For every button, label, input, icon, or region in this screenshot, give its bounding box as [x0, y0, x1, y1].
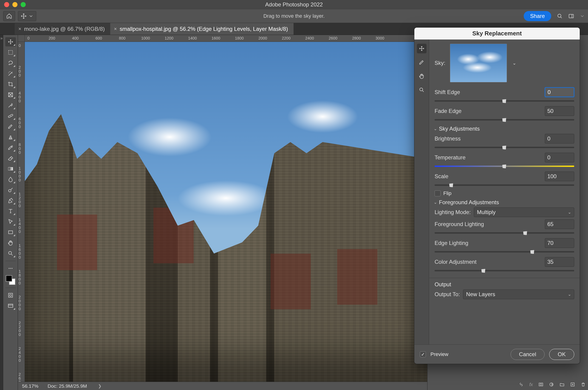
- share-button[interactable]: Share: [524, 11, 551, 21]
- color-adjustment-input[interactable]: [545, 257, 574, 267]
- sky-hand-tool[interactable]: [417, 71, 427, 81]
- brightness-slider[interactable]: [434, 145, 574, 150]
- zoom-icon: [419, 87, 425, 93]
- move-icon: [21, 13, 27, 19]
- edge-lighting-input[interactable]: [545, 238, 574, 248]
- new-layer-icon[interactable]: [570, 382, 575, 387]
- edge-lighting-slider[interactable]: [434, 249, 574, 255]
- history-brush-tool[interactable]: [5, 143, 16, 152]
- cancel-button[interactable]: Cancel: [510, 349, 545, 360]
- ruler-vertical[interactable]: 0200400600800100012001400160018002000220…: [18, 42, 25, 382]
- fg-lighting-input[interactable]: [545, 219, 574, 229]
- output-to-select[interactable]: New Layers ⌄: [463, 290, 574, 299]
- chevron-down-icon: [29, 14, 34, 19]
- gradient-tool[interactable]: [5, 164, 16, 173]
- color-adjustment-slider[interactable]: [434, 268, 574, 274]
- lasso-tool[interactable]: [5, 58, 16, 68]
- sky-preset-thumbnail[interactable]: [450, 44, 507, 82]
- document-tab[interactable]: × smallpox-hospital.jpg @ 56.2% (Edge Li…: [110, 23, 294, 35]
- path-select-tool[interactable]: [5, 217, 16, 226]
- zoom-level[interactable]: 56.17%: [22, 383, 38, 389]
- svg-rect-16: [539, 383, 543, 386]
- document-canvas[interactable]: [25, 42, 427, 382]
- shift-edge-slider[interactable]: [434, 98, 574, 104]
- lighting-mode-select[interactable]: Multiply ⌄: [474, 207, 574, 217]
- adjustment-layer-icon[interactable]: [549, 382, 554, 387]
- move-icon: [419, 46, 425, 51]
- document-tab-label: mono-lake.jpg @ 66.7% (RGB/8): [24, 26, 105, 32]
- zoom-tool[interactable]: [5, 249, 16, 258]
- healing-tool[interactable]: [5, 111, 16, 120]
- flip-label: Flip: [443, 191, 451, 196]
- search-icon[interactable]: [557, 13, 563, 19]
- sky-adjustments-heading[interactable]: ⌄ Sky Adjustments: [434, 126, 574, 132]
- temperature-input[interactable]: [545, 153, 574, 162]
- color-adjustment-label: Color Adjustment: [434, 259, 477, 265]
- chevron-right-icon[interactable]: [580, 14, 585, 19]
- type-icon: [8, 208, 14, 214]
- scale-slider[interactable]: [434, 182, 574, 188]
- quick-mask-button[interactable]: [5, 291, 16, 300]
- eraser-tool[interactable]: [5, 154, 16, 163]
- shape-tool[interactable]: [5, 228, 16, 237]
- workspace-switcher-icon[interactable]: [568, 13, 574, 19]
- foreground-background-swatch[interactable]: [6, 275, 15, 285]
- sky-label: Sky:: [434, 60, 445, 66]
- foreground-adjustments-heading[interactable]: ⌄ Foreground Adjustments: [434, 199, 574, 206]
- wand-icon: [8, 71, 14, 77]
- frame-tool[interactable]: [5, 90, 16, 99]
- eyedropper-tool[interactable]: [5, 101, 16, 110]
- sky-zoom-tool[interactable]: [417, 85, 427, 95]
- svg-point-10: [8, 268, 9, 269]
- close-window-button[interactable]: [4, 2, 9, 7]
- ok-button[interactable]: OK: [549, 349, 574, 360]
- flip-checkbox[interactable]: [434, 191, 440, 196]
- sky-brush-tool[interactable]: [417, 57, 427, 67]
- brightness-input[interactable]: [545, 134, 574, 144]
- svg-rect-6: [8, 167, 13, 170]
- minimize-window-button[interactable]: [12, 2, 17, 7]
- screen-mode-button[interactable]: [5, 301, 16, 310]
- dodge-tool[interactable]: [5, 185, 16, 195]
- current-tool-indicator[interactable]: [18, 11, 36, 21]
- fg-lighting-slider[interactable]: [434, 230, 574, 236]
- folder-icon[interactable]: [559, 382, 565, 387]
- sky-preset-dropdown[interactable]: ⌄: [512, 60, 516, 66]
- fx-icon[interactable]: fx: [529, 382, 533, 387]
- quick-select-tool[interactable]: [5, 69, 16, 78]
- brush-tool[interactable]: [5, 122, 16, 131]
- stamp-tool[interactable]: [5, 133, 16, 142]
- blur-tool[interactable]: [5, 175, 16, 184]
- pen-tool[interactable]: [5, 196, 16, 205]
- fade-edge-input[interactable]: [545, 106, 574, 116]
- preview-label: Preview: [431, 351, 448, 357]
- sky-move-tool[interactable]: [417, 44, 427, 53]
- type-tool[interactable]: [5, 206, 16, 216]
- home-button[interactable]: [3, 11, 15, 21]
- fade-edge-slider[interactable]: [434, 117, 574, 123]
- mask-icon[interactable]: [538, 382, 544, 387]
- scale-input[interactable]: [545, 172, 574, 181]
- ruler-origin[interactable]: [18, 35, 25, 42]
- crop-tool[interactable]: [5, 80, 16, 89]
- hand-tool[interactable]: [5, 238, 16, 247]
- close-tab-icon[interactable]: ×: [114, 26, 117, 32]
- shift-edge-input[interactable]: [545, 87, 574, 97]
- output-heading: Output: [434, 281, 574, 288]
- temperature-slider[interactable]: [434, 163, 574, 169]
- link-icon[interactable]: [519, 382, 524, 387]
- svg-point-9: [8, 251, 11, 254]
- chevron-right-icon[interactable]: ❯: [98, 384, 102, 389]
- zoom-window-button[interactable]: [21, 2, 26, 7]
- panel-collapse-strip[interactable]: »: [0, 35, 3, 390]
- edit-toolbar-button[interactable]: [5, 264, 16, 273]
- move-tool[interactable]: [5, 37, 16, 47]
- preview-checkbox[interactable]: [420, 351, 426, 357]
- close-tab-icon[interactable]: ×: [18, 26, 21, 32]
- trash-icon[interactable]: [581, 382, 586, 387]
- ruler-horizontal[interactable]: 0200400600800100012001400160018002000220…: [25, 35, 427, 42]
- marquee-tool[interactable]: [5, 48, 16, 57]
- document-tab[interactable]: × mono-lake.jpg @ 66.7% (RGB/8): [15, 23, 110, 35]
- doc-size[interactable]: Doc: 25.9M/25.9M: [47, 383, 87, 389]
- foreground-color-swatch[interactable]: [6, 275, 12, 282]
